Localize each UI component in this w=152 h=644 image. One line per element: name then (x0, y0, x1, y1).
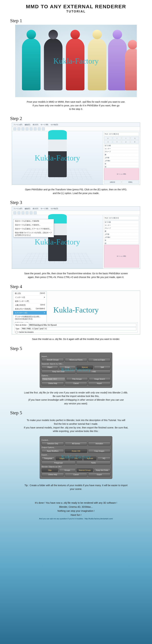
list-item[interactable]: グルーブ (104, 227, 139, 230)
nurbs-button[interactable]: Nurbs (77, 461, 110, 464)
menu-anchor[interactable]: アンカーの自動設定読み込み(A)... (Ver.0.0.3.8以前の方式) (13, 315, 47, 321)
dropdown-item[interactable]: 現在の形状でオブジェクト出力(O)... (頂点モーフは正規化されません) (14, 231, 54, 237)
list-item[interactable]: 全ての親 (104, 144, 139, 147)
toolbar-icon[interactable] (30, 211, 33, 214)
triangulate-button[interactable]: Triangulate (42, 456, 54, 460)
groups-button[interactable]: Groups (59, 468, 76, 472)
pmx-viewport[interactable]: Kukla-Factory (12, 131, 103, 184)
clamp-scale-field[interactable]: Clamp Scale: 10.0 (42, 377, 65, 381)
dropdown-item[interactable]: 頂点モーフを正規化して保存(V)... (14, 223, 54, 227)
object-button[interactable]: Object (42, 366, 58, 369)
group-button[interactable]: Group (59, 366, 76, 369)
toolbar-icon[interactable] (38, 128, 41, 130)
toolbar-icon[interactable] (34, 211, 37, 214)
dropdown-item[interactable]: 頂点モーフを正規化して保存(N) (14, 219, 54, 223)
copy-images-button[interactable]: Copy Images (88, 449, 110, 453)
outro-link[interactable]: And you can ask me any question if you'r… (0, 517, 152, 520)
axis-button-y[interactable]: Y (113, 140, 121, 143)
list-item[interactable]: 腰 (104, 230, 139, 233)
import-button[interactable]: Import (88, 382, 110, 385)
material-groups-button[interactable]: Material Groups (77, 468, 93, 472)
normals-button[interactable]: Normals (84, 456, 96, 460)
nav-button[interactable]: < (113, 137, 121, 140)
menu-other[interactable]: その他(O) (50, 208, 58, 210)
toolbar-icon[interactable] (13, 211, 16, 214)
list-item[interactable]: 頭 (104, 242, 139, 244)
poly-groups-button[interactable]: Poly Groups (66, 377, 88, 381)
rotate-x90-button[interactable]: Rotate X90 (65, 449, 87, 453)
bone-list[interactable]: 全ての親 センター グルーブ 腰 上半身 上半身2 首 頭 (104, 220, 139, 244)
list-item[interactable]: 首 (104, 239, 139, 242)
list-item[interactable]: 上半身2 (104, 236, 139, 239)
list-item[interactable]: 腰 (104, 153, 139, 156)
online-help-button[interactable]: Online Help (42, 473, 64, 476)
list-item[interactable]: 頭 (104, 166, 139, 168)
menu-edit[interactable]: 編集(E) (25, 124, 30, 126)
list-item[interactable]: グルーブ (104, 150, 139, 153)
filename-input[interactable] (28, 324, 136, 327)
x90-button[interactable]: -=X90 (77, 370, 110, 374)
menu-mode[interactable]: モード(M) (41, 124, 48, 126)
dropdown-item[interactable]: 頂点モーフを正規化してアーカイブで保存(V)... (14, 227, 54, 231)
toolbar-icon[interactable] (17, 128, 20, 130)
cancel-button[interactable]: Cancel (65, 382, 87, 385)
menu-edit[interactable]: 編集(E) (25, 208, 30, 210)
lines-edges-button[interactable]: Lines as Edges (88, 358, 110, 362)
auto-button[interactable]: 自動設定 (104, 180, 121, 184)
menu-file[interactable]: ファイル(F) (13, 124, 22, 126)
menu-export[interactable]: エクスポート(E)▸ (13, 311, 47, 315)
axis-button-r[interactable]: R (130, 140, 139, 143)
list-item[interactable]: センター (104, 147, 139, 150)
menu-mode[interactable]: モード(M) (41, 208, 48, 210)
selection-only-button[interactable]: Selection Only (42, 442, 64, 446)
motion-play-button[interactable]: モーション再生 (104, 168, 139, 180)
menu-other[interactable]: その他(O) (50, 124, 58, 126)
pmx-viewport[interactable]: 頂点モーフを正規化して保存(N) 頂点モーフを正規化して保存(V)... 頂点モ… (12, 215, 103, 268)
toolbar-icon[interactable] (34, 128, 37, 130)
file-dropdown[interactable]: 頂点モーフを正規化して保存(N) 頂点モーフを正規化して保存(V)... 頂点モ… (13, 219, 54, 237)
menu-add-import[interactable]: 追加インポート(P) (13, 299, 47, 303)
toolbar-icon[interactable] (13, 128, 16, 130)
toolbar-icon[interactable] (26, 128, 29, 130)
apply-modifiers-button[interactable]: Apply Modifiers (42, 449, 64, 453)
bone-list[interactable]: 全ての親 センター グルーブ 腰 上半身 上半身2 首 頭 左目 右目 (104, 144, 139, 168)
toolbar-icon[interactable] (42, 128, 45, 130)
list-item[interactable]: 全ての親 (104, 221, 139, 224)
export-button[interactable]: Export (88, 473, 110, 476)
nav-button[interactable]: > (122, 137, 130, 140)
animation-button[interactable]: Animation (88, 442, 110, 446)
smooth-groups-button[interactable]: Smooth Groups (42, 358, 64, 362)
toolbar-icon[interactable] (22, 211, 25, 214)
all-scenes-button[interactable]: All Scenes (65, 442, 87, 446)
axis-button-x[interactable]: X (104, 140, 112, 143)
menu-file[interactable]: ファイル(F) (13, 208, 22, 210)
motion-play-button[interactable]: モーション再生 (104, 245, 139, 268)
cancel-button[interactable]: Cancel (65, 473, 87, 476)
file-menu[interactable]: 開く(O)Ctrl+O インポート(I)▸ 追加インポート(P) 上書き保存(S… (13, 292, 47, 325)
list-item[interactable]: センター (104, 224, 139, 227)
menu-import[interactable]: インポート(I)▸ (13, 296, 47, 299)
polygroups-button[interactable]: Polygroups (42, 461, 75, 464)
toolbar-icon[interactable] (26, 211, 29, 214)
menu-save-as[interactable]: 名前を付けて保存(A)...Ctrl+Shift+S (13, 307, 47, 311)
menu-save[interactable]: 上書き保存(S)Ctrl+S (13, 303, 47, 307)
toolbar-icon[interactable] (22, 128, 25, 130)
hq-button[interactable]: HQ (98, 456, 110, 460)
menu-open[interactable]: 開く(O)Ctrl+O (13, 292, 47, 296)
axis-button-z[interactable]: Z (122, 140, 130, 143)
list-item[interactable]: 上半身2 (104, 159, 139, 162)
keep-vert-order-button[interactable]: Keep Vert Order (94, 468, 111, 472)
list-item[interactable]: 首 (104, 162, 139, 166)
online-help-button[interactable]: Online Help (42, 382, 64, 385)
uvs-button[interactable]: UVs (69, 456, 83, 460)
image-search-button[interactable]: Image Search (89, 377, 110, 381)
list-item[interactable]: 上半身 (104, 233, 139, 236)
hide-folders-checkbox[interactable] (16, 331, 18, 333)
split-button[interactable]: Split (94, 366, 111, 369)
edges-button[interactable]: Edges (56, 456, 68, 460)
material-button[interactable]: Material (77, 366, 93, 369)
nav-button[interactable]: |< (104, 137, 112, 140)
ngons-button[interactable]: NGons as FGons (65, 358, 87, 362)
reset-button[interactable]: 初期化 (122, 180, 139, 184)
toolbar-icon[interactable] (30, 128, 33, 130)
